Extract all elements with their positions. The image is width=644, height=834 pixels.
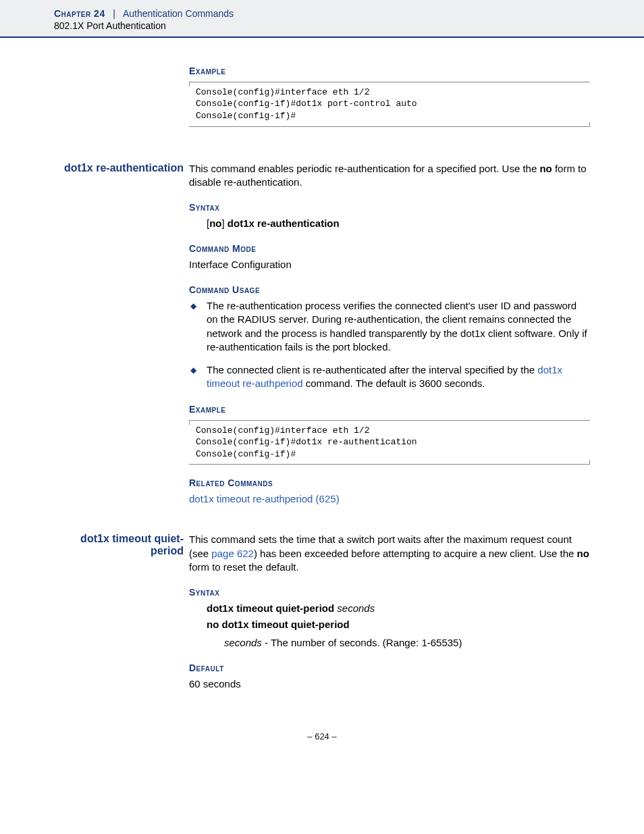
label-command-usage: Command Usage [189,284,590,296]
link-page-622[interactable]: page 622 [211,548,254,559]
page-number: – 624 – [54,731,590,741]
usage-item: The re-authentication process verifies t… [189,299,590,354]
syntax-line: dot1x timeout quiet-period seconds [207,602,590,615]
header-section: Authentication Commands [123,8,234,19]
command-name-reauth: dot1x re-authentication [64,162,184,174]
code-block: Console(config)#interface eth 1/2 Consol… [189,420,590,465]
intro-text: This command enables periodic re-authent… [189,162,590,190]
header-separator: | [108,8,121,19]
section-reauth: dot1x re-authentication This command ena… [54,162,590,506]
usage-list: The re-authentication process verifies t… [189,299,590,391]
command-mode-value: Interface Configuration [189,258,590,271]
command-name-quiet-period: dot1x timeout quiet-period [80,533,184,556]
link-related-command[interactable]: dot1x timeout re-authperiod (625) [189,493,340,504]
syntax-line: no dot1x timeout quiet-period [207,618,590,631]
usage-item: The connected client is re-authenticated… [189,363,590,391]
label-command-mode: Command Mode [189,242,590,255]
parameter-line: seconds - The number of seconds. (Range:… [224,636,590,650]
header-chapter: Chapter 24 [54,8,105,19]
section-quiet-period: dot1x timeout quiet-period This command … [54,533,590,691]
label-example: Example [189,403,590,416]
label-syntax: Syntax [189,201,590,214]
intro-text: This command sets the time that a switch… [189,533,590,574]
syntax-line: [no] dot1x re-authentication [207,217,590,230]
page-header: Chapter 24 | Authentication Commands 802… [0,0,644,38]
label-default: Default [189,662,590,675]
label-syntax: Syntax [189,586,590,599]
section-example-prior: Example Console(config)#interface eth 1/… [54,65,590,135]
header-subsection: 802.1X Port Authentication [54,20,644,31]
label-related-commands: Related Commands [189,477,590,490]
page-body: Example Console(config)#interface eth 1/… [0,38,644,768]
label-example: Example [189,65,590,78]
default-value: 60 seconds [189,677,590,691]
code-block: Console(config)#interface eth 1/2 Consol… [189,82,590,127]
